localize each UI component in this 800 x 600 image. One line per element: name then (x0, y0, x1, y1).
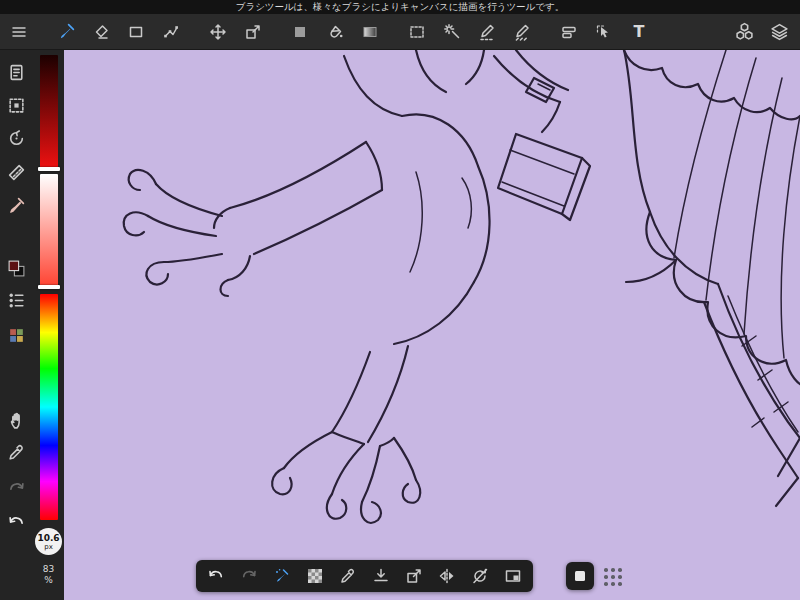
undo-button[interactable] (6, 512, 27, 533)
material-cubes-icon (735, 22, 754, 41)
bottom-undo-button[interactable] (204, 564, 228, 588)
transform-icon (244, 23, 262, 41)
gradient-tool-button[interactable] (355, 17, 385, 47)
color-swatch-button[interactable] (6, 258, 27, 279)
export-button[interactable] (402, 564, 426, 588)
white-square-icon (571, 567, 589, 585)
move-tool-button[interactable] (203, 17, 233, 47)
eyedropper-icon (339, 567, 357, 585)
saturation-slider-handle[interactable] (38, 285, 60, 289)
zoom-unit: % (33, 575, 64, 586)
bottom-toolbar (196, 560, 533, 592)
brush-size-unit: px (44, 543, 53, 551)
hand-icon (7, 411, 26, 430)
main-toolbar: T (0, 14, 800, 50)
palette-button[interactable] (6, 325, 27, 346)
toolbar-drag-handle[interactable] (602, 566, 624, 588)
polyline-icon (162, 23, 180, 41)
canvas-artwork (64, 50, 800, 600)
magic-wand-icon (443, 23, 461, 41)
command-bar-button[interactable] (554, 17, 584, 47)
fill-tool-button[interactable] (285, 17, 315, 47)
text-tool-icon: T (634, 22, 645, 41)
save-button[interactable] (369, 564, 393, 588)
brush-settings-button[interactable] (270, 564, 294, 588)
move-icon (209, 23, 227, 41)
transparent-background-button[interactable] (303, 564, 327, 588)
menu-icon (10, 23, 28, 41)
blend-brush-icon (7, 196, 26, 215)
undo-icon (7, 513, 26, 532)
layers-icon (770, 22, 789, 41)
palette-icon (7, 326, 26, 345)
reference-window-button[interactable] (501, 564, 525, 588)
reset-rotation-button[interactable] (468, 564, 492, 588)
zoom-value: 83 (33, 564, 64, 575)
brush-list-button[interactable] (6, 290, 27, 311)
redo-icon (240, 567, 258, 585)
undo-icon (207, 567, 225, 585)
rotate-canvas-button[interactable] (6, 128, 27, 149)
select-tool-button[interactable] (402, 17, 432, 47)
blend-brush-button[interactable] (6, 195, 27, 216)
eyedropper-tool-button[interactable] (6, 442, 27, 463)
operation-select-button[interactable] (589, 17, 619, 47)
rotate-icon (7, 129, 26, 148)
text-tool-button[interactable]: T (624, 17, 654, 47)
export-icon (405, 567, 423, 585)
eraser-icon (92, 23, 110, 41)
selection-icon (7, 96, 26, 115)
canvas-document-icon (7, 63, 26, 82)
value-slider[interactable] (40, 55, 58, 168)
paint-bucket-icon (326, 23, 344, 41)
select-pen-button[interactable] (472, 17, 502, 47)
select-panel-button[interactable] (6, 95, 27, 116)
menu-button[interactable] (4, 17, 34, 47)
left-sidebar (0, 50, 33, 600)
select-eraser-icon (513, 23, 531, 41)
tool-description-text: ブラシツールは、様々なブラシによりキャンバスに描画を行うツールです。 (236, 1, 565, 12)
select-pen-icon (478, 23, 496, 41)
transform-tool-button[interactable] (238, 17, 268, 47)
reset-rotation-icon (471, 567, 489, 585)
floating-window-button[interactable] (566, 562, 594, 590)
checkerboard-icon (306, 567, 324, 585)
saturation-slider[interactable] (40, 174, 58, 286)
brush-size-value: 10.6 (37, 533, 59, 543)
cursor-select-icon (595, 23, 613, 41)
drawing-canvas[interactable] (64, 50, 800, 600)
flip-horizontal-button[interactable] (435, 564, 459, 588)
marquee-select-icon (408, 23, 426, 41)
shape-tool-button[interactable] (121, 17, 151, 47)
redo-button[interactable] (6, 478, 27, 499)
brush-list-icon (7, 291, 26, 310)
brush-settings-icon (273, 567, 291, 585)
paint-app-window: ブラシツールは、様々なブラシによりキャンバスに描画を行うツールです。 (0, 0, 800, 600)
select-eraser-button[interactable] (507, 17, 537, 47)
save-download-icon (372, 567, 390, 585)
redo-icon (7, 479, 26, 498)
brush-tool-button[interactable] (51, 17, 81, 47)
ruler-button[interactable] (6, 162, 27, 183)
filled-square-icon (291, 23, 309, 41)
brush-size-badge[interactable]: 10.6 px (35, 528, 62, 555)
eyedropper-icon (7, 443, 26, 462)
ruler-icon (7, 163, 26, 182)
hand-tool-button[interactable] (6, 410, 27, 431)
bottom-eyedropper-button[interactable] (336, 564, 360, 588)
rectangle-icon (127, 23, 145, 41)
bucket-tool-button[interactable] (320, 17, 350, 47)
polyline-tool-button[interactable] (156, 17, 186, 47)
layer-panel-button[interactable] (764, 17, 794, 47)
eraser-tool-button[interactable] (86, 17, 116, 47)
value-slider-handle[interactable] (38, 167, 60, 171)
foreground-background-color-icon (7, 259, 26, 278)
magic-wand-button[interactable] (437, 17, 467, 47)
hue-slider[interactable] (40, 294, 58, 520)
material-panel-button[interactable] (729, 17, 759, 47)
color-panel: 10.6 px 83 % (33, 50, 64, 600)
bottom-redo-button[interactable] (237, 564, 261, 588)
canvas-panel-button[interactable] (6, 62, 27, 83)
gradient-icon (361, 23, 379, 41)
brush-icon (57, 22, 76, 41)
